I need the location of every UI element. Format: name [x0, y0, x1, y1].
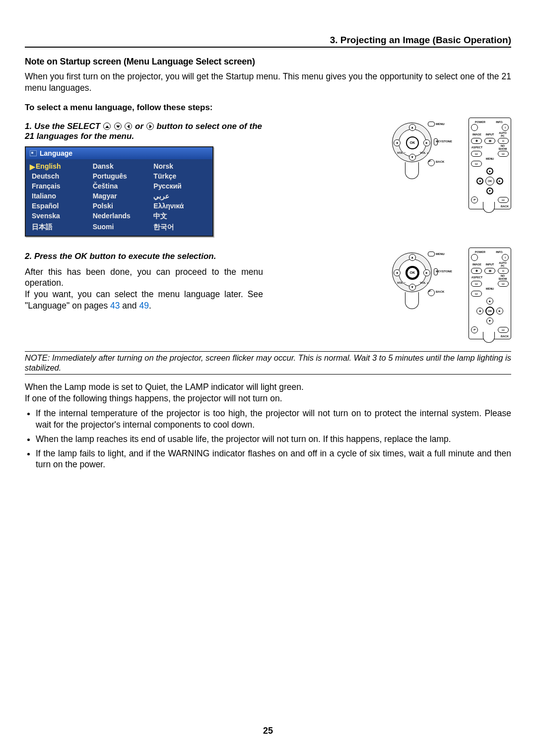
lang-norsk[interactable]: Norsk [150, 161, 209, 171]
remote-left-button: ◂ [476, 308, 483, 315]
osd-icon [30, 150, 37, 156]
menu-label: MENU [436, 252, 445, 255]
up-button: ▴ [409, 254, 416, 261]
noshow-button: ▭ [498, 151, 509, 157]
remote-dpad: ▴ ▾ ◂ ▸ OK [476, 298, 503, 324]
lang-japanese[interactable]: 日本語 [29, 222, 88, 233]
lang-espanol[interactable]: Español [29, 201, 88, 211]
after-text-b: If you want, you can select the menu lan… [25, 289, 263, 312]
left-button: ◂ [394, 139, 401, 146]
remote-down-button: ▾ [486, 317, 493, 324]
info-button: i [502, 124, 509, 131]
remote-diagram-1: POWERINFO. i IMAGEINPUTAUTO PC ✻⊞∞ ASPEC… [469, 118, 511, 209]
remote-back-label: BACK [501, 205, 509, 208]
vol-plus-label: VOL + [420, 151, 428, 154]
up-arrow-icon [103, 123, 111, 130]
lang-italiano[interactable]: Italiano [29, 191, 88, 201]
remote-back-button: ▭ [498, 327, 509, 333]
left-button: ◂ [394, 269, 401, 276]
lang-dansk[interactable]: Dansk [90, 161, 149, 171]
lang-francais[interactable]: Français [29, 181, 88, 191]
steps-intro: To select a menu language, follow these … [25, 103, 511, 113]
lang-turkce[interactable]: Türkçe [150, 171, 209, 181]
finger-icon [405, 292, 419, 309]
back-label: BACK [436, 160, 444, 163]
lang-greek[interactable]: Ελληνικά [150, 201, 209, 211]
step-2: 2. Press the OK button to execute the se… [25, 252, 263, 261]
down-button: ▾ [409, 154, 416, 161]
lang-magyar[interactable]: Magyar [90, 191, 149, 201]
down-button: ▾ [409, 284, 416, 291]
list-item: When the lamp reaches its end of usable … [36, 434, 511, 445]
language-osd: Language ▶English Dansk Norsk Deutsch Po… [25, 146, 213, 237]
menu-button: ▭ [471, 161, 482, 167]
vol-minus-label: VOL − [397, 151, 405, 154]
lang-portugues[interactable]: Português [90, 171, 149, 181]
back-label: BACK [436, 290, 444, 293]
lang-suomi[interactable]: Suomi [90, 222, 149, 233]
remote-right-button: ▸ [496, 178, 503, 185]
section-header: 3. Projecting an Image (Basic Operation) [25, 35, 511, 48]
remote-ok-button-hl: OK [485, 307, 494, 315]
intro-paragraph: When you first turn on the projector, yo… [25, 71, 511, 94]
vol-plus-label: VOL + [420, 281, 428, 284]
page-link-43[interactable]: 43 [110, 301, 120, 311]
lang-deutsch[interactable]: Deutsch [29, 171, 88, 181]
lang-korean[interactable]: 한국어 [150, 222, 209, 233]
remote-ok-button: OK [485, 177, 494, 186]
remote-back-button: ▭ [498, 197, 509, 203]
selection-caret-icon: ▶ [30, 163, 35, 171]
note-block: NOTE: Immediately after turning on the p… [25, 351, 511, 375]
info-button: i [502, 254, 509, 261]
step1-text-mid: or [133, 122, 145, 131]
hand-icon [483, 332, 495, 343]
lang-chinese[interactable]: 中文 [150, 211, 209, 222]
lang-russian[interactable]: Русский [150, 181, 209, 191]
back-button: ↶ [428, 289, 435, 296]
image-button: ✻ [471, 268, 482, 274]
keystone-label: KEYSTONE [436, 140, 452, 143]
lamp-quiet-text: When the Lamp mode is set to Quiet, the … [25, 381, 511, 393]
page-link-49[interactable]: 49 [139, 301, 148, 311]
step1-text-a: 1. Use the SELECT [25, 122, 103, 131]
ok-button: OK [406, 136, 419, 149]
projector-control-diagram-2: OK ▴ ▾ ◂ ▸ ↶ MENU KEYSTONE BACK VOL − VO… [382, 248, 457, 312]
page-number: 25 [0, 726, 536, 736]
remote-return-button: ↶ [471, 196, 478, 203]
down-arrow-icon [114, 123, 122, 130]
autopc-button: ∞ [498, 268, 509, 274]
remote-diagram-2: POWERINFO. i IMAGEINPUTAUTO PC ✻⊞∞ ASPEC… [469, 248, 511, 339]
hand-icon [483, 202, 495, 213]
back-button: ↶ [428, 159, 435, 166]
image-button: ✻ [471, 138, 482, 144]
lang-cestina[interactable]: Čeština [90, 181, 149, 191]
up-button: ▴ [409, 124, 416, 131]
projector-control-diagram-1: OK ▴ ▾ ◂ ▸ ↶ MENU KEYSTONE BACK VOL − VO… [382, 118, 457, 182]
list-item: If the internal temperature of the proje… [36, 408, 511, 431]
right-button: ▸ [423, 139, 430, 146]
ok-button-hl: OK [406, 266, 419, 279]
page-title: Note on Startup screen (Menu Language Se… [25, 57, 511, 67]
step-1: 1. Use the SELECT or button to select on… [25, 122, 263, 141]
lang-english[interactable]: ▶English [29, 161, 88, 171]
input-button: ⊞ [484, 268, 495, 274]
aspect-button: ▭ [471, 281, 482, 287]
osd-body: ▶English Dansk Norsk Deutsch Português T… [26, 159, 212, 236]
remote-up-button: ▴ [486, 168, 493, 175]
vol-minus-label: VOL − [397, 281, 405, 284]
lang-nederlands[interactable]: Nederlands [90, 211, 149, 222]
power-button [471, 254, 478, 261]
input-button: ⊞ [484, 138, 495, 144]
remote-return-button: ↶ [471, 326, 478, 333]
osd-header: Language [26, 147, 212, 159]
lang-svenska[interactable]: Svenska [29, 211, 88, 222]
osd-title: Language [40, 149, 72, 157]
remote-up-button: ▴ [486, 298, 493, 305]
remote-dpad: ▴ ▾ ◂ ▸ OK [476, 168, 503, 194]
remote-right-button: ▸ [496, 308, 503, 315]
menu-button: ▭ [471, 291, 482, 297]
right-arrow-icon [146, 123, 154, 130]
lang-arabic[interactable]: عربي [150, 191, 209, 201]
lang-polski[interactable]: Polski [90, 201, 149, 211]
menu-button [428, 122, 435, 126]
